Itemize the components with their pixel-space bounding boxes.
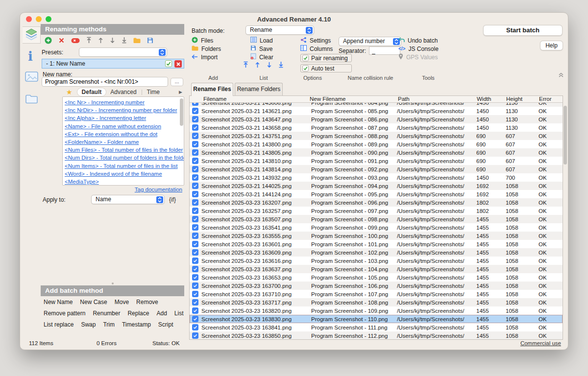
- row-checkbox[interactable]: [192, 249, 198, 256]
- sidebar-item-renaming-methods[interactable]: [23, 26, 41, 44]
- open-methods-icon[interactable]: [133, 37, 141, 46]
- add-method-script[interactable]: Script: [158, 321, 173, 328]
- row-checkbox[interactable]: [192, 274, 198, 281]
- add-method-remove-pattern[interactable]: Remove pattern: [44, 310, 85, 317]
- add-method-remove[interactable]: Remove: [136, 299, 158, 306]
- tag-link[interactable]: <Inc Nr> - Incrementing number: [65, 98, 184, 106]
- row-checkbox[interactable]: [192, 124, 198, 131]
- tag-link[interactable]: <Inc Alpha> - Incrementing letter: [65, 114, 184, 122]
- tag-link[interactable]: <Num Items> - Total number of files in t…: [65, 162, 184, 170]
- add-method-move[interactable]: Move: [115, 299, 129, 306]
- column-new-filename[interactable]: New Filename: [310, 96, 398, 102]
- row-checkbox[interactable]: [192, 233, 198, 239]
- presets-dropdown[interactable]: [79, 47, 167, 57]
- move-down-icon[interactable]: [267, 61, 272, 70]
- table-row[interactable]: Screenshot 2025-03-21 143810.pngProgram …: [190, 157, 563, 165]
- row-checkbox[interactable]: [192, 174, 198, 181]
- table-row[interactable]: Screenshot 2025-03-23 163616.pngProgram …: [190, 257, 563, 265]
- js-console-button[interactable]: </> JS Console: [398, 46, 439, 52]
- table-row[interactable]: Screenshot 2025-03-21 143606.pngProgram …: [190, 103, 563, 107]
- move-up-icon[interactable]: [255, 61, 260, 70]
- row-checkbox[interactable]: [192, 307, 198, 314]
- tag-link[interactable]: <Num Files> - Total number of files in t…: [65, 146, 184, 154]
- pair-renaming-checkbox[interactable]: [302, 55, 309, 61]
- row-checkbox[interactable]: [192, 149, 198, 156]
- row-checkbox[interactable]: [192, 141, 198, 147]
- add-method-new-case[interactable]: New Case: [80, 299, 107, 306]
- table-row[interactable]: Screenshot 2025-03-23 163710.pngProgram …: [190, 290, 563, 298]
- add-method-add[interactable]: Add: [156, 310, 167, 317]
- method-remove-button[interactable]: [174, 60, 182, 68]
- tab-time[interactable]: Time: [143, 88, 164, 96]
- disable-methods-icon[interactable]: [71, 37, 80, 46]
- row-checkbox[interactable]: [192, 103, 198, 106]
- column-width[interactable]: Width: [477, 96, 506, 102]
- tab-advanced[interactable]: Advanced: [106, 88, 141, 96]
- move-bottom-icon[interactable]: [278, 61, 284, 70]
- tab-scroll-right-icon[interactable]: ▶: [179, 90, 182, 94]
- add-folders-button[interactable]: Folders: [192, 46, 221, 52]
- help-button[interactable]: Help: [540, 41, 563, 50]
- clear-list-button[interactable]: Clear: [250, 54, 273, 60]
- table-row[interactable]: Screenshot 2025-03-23 163820.pngProgram …: [190, 306, 563, 315]
- table-row[interactable]: Screenshot 2025-03-23 163841.pngProgram …: [190, 323, 563, 331]
- delete-method-icon[interactable]: [58, 37, 65, 46]
- method-enabled-checkbox[interactable]: [165, 60, 172, 67]
- tab-rename-folders[interactable]: Rename Folders: [235, 83, 283, 95]
- tag-list-scrollbar[interactable]: [180, 98, 183, 126]
- info-icon[interactable]: i: [28, 49, 33, 64]
- row-checkbox[interactable]: [192, 191, 198, 197]
- method-item-new-name[interactable]: - 1: New Name: [42, 59, 184, 69]
- image-icon[interactable]: [25, 71, 38, 82]
- row-checkbox[interactable]: [192, 133, 198, 139]
- table-header[interactable]: Filename New Filename Path Width Height …: [190, 96, 563, 103]
- table-row[interactable]: Screenshot 2025-03-23 163653.pngProgram …: [190, 273, 563, 282]
- table-row[interactable]: Screenshot 2025-03-23 163601.pngProgram …: [190, 240, 563, 248]
- table-row[interactable]: Screenshot 2025-03-21 143800.pngProgram …: [190, 140, 563, 148]
- titlebar[interactable]: Advanced Renamer 4.10: [20, 13, 568, 24]
- row-checkbox[interactable]: [192, 158, 198, 164]
- table-row[interactable]: Screenshot 2025-03-23 163555.pngProgram …: [190, 232, 563, 240]
- row-checkbox[interactable]: [192, 116, 198, 122]
- move-method-top-icon[interactable]: [86, 37, 92, 46]
- row-checkbox[interactable]: [192, 316, 198, 322]
- table-row[interactable]: Screenshot 2025-03-23 163541.pngProgram …: [190, 223, 563, 232]
- star-icon[interactable]: ★: [66, 88, 73, 96]
- table-row[interactable]: Screenshot 2025-03-23 163507.pngProgram …: [190, 215, 563, 223]
- add-method-list-replace[interactable]: List replace: [44, 321, 74, 328]
- save-list-button[interactable]: Save: [250, 46, 273, 52]
- move-method-bottom-icon[interactable]: [122, 37, 127, 46]
- table-row[interactable]: Screenshot 2025-03-23 163830.pngProgram …: [190, 315, 563, 323]
- table-row[interactable]: Screenshot 2025-03-21 143932.pngProgram …: [190, 173, 563, 182]
- table-row[interactable]: Screenshot 2025-03-21 144025.pngProgram …: [190, 182, 563, 190]
- table-row[interactable]: Screenshot 2025-03-21 144124.pngProgram …: [190, 190, 563, 198]
- collapse-toolbar-icon[interactable]: [558, 70, 564, 79]
- table-row[interactable]: Screenshot 2025-03-23 163609.pngProgram …: [190, 248, 563, 257]
- row-checkbox[interactable]: [192, 183, 198, 189]
- splitter-handle[interactable]: [112, 282, 114, 284]
- column-path[interactable]: Path: [398, 96, 477, 102]
- row-checkbox[interactable]: [192, 224, 198, 231]
- table-row[interactable]: Screenshot 2025-03-23 163700.pngProgram …: [190, 282, 563, 290]
- if-link[interactable]: {if}: [169, 196, 176, 203]
- add-method-new-name[interactable]: New Name: [44, 299, 73, 306]
- table-row[interactable]: Screenshot 2025-03-21 143814.pngProgram …: [190, 165, 563, 173]
- add-method-icon[interactable]: [45, 37, 52, 46]
- table-row[interactable]: Screenshot 2025-03-23 163850.pngProgram …: [190, 331, 563, 339]
- row-checkbox[interactable]: [192, 258, 198, 264]
- tab-rename-files[interactable]: Rename Files: [191, 83, 233, 96]
- table-row[interactable]: Screenshot 2025-03-21 143621.pngProgram …: [190, 107, 563, 115]
- table-scrollbar[interactable]: [564, 106, 567, 164]
- auto-test-checkbox[interactable]: [302, 65, 309, 71]
- row-checkbox[interactable]: [192, 324, 198, 330]
- row-checkbox[interactable]: [192, 332, 198, 339]
- batch-mode-dropdown[interactable]: Rename: [245, 25, 314, 35]
- row-checkbox[interactable]: [192, 282, 198, 289]
- tag-link[interactable]: <Num Dirs> - Total number of folders in …: [65, 154, 184, 162]
- move-top-icon[interactable]: [243, 61, 248, 70]
- auto-test-toggle[interactable]: Auto test: [300, 64, 352, 72]
- apply-to-dropdown[interactable]: Name: [91, 195, 165, 204]
- table-row[interactable]: Screenshot 2025-03-21 143658.pngProgram …: [190, 123, 563, 132]
- table-row[interactable]: Screenshot 2025-03-23 163637.pngProgram …: [190, 265, 563, 273]
- move-method-down-icon[interactable]: [110, 37, 115, 46]
